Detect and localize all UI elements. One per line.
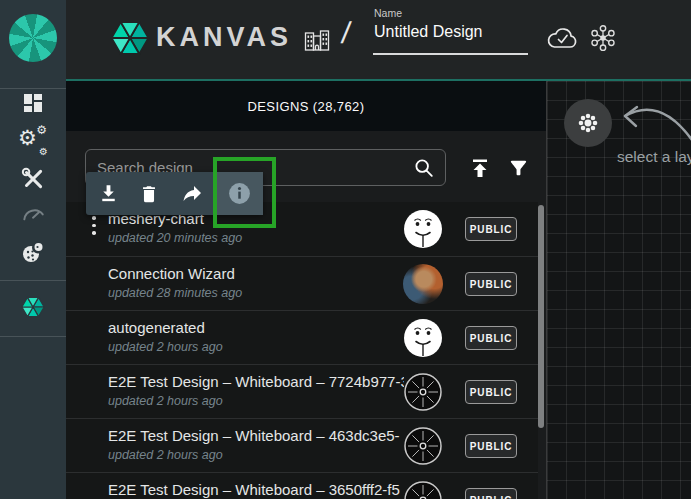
sidebar-item-lifecycle[interactable]: ⚙⚙⚙ <box>0 124 66 158</box>
wheel-sketch-avatar <box>403 480 443 499</box>
visibility-badge[interactable]: PUBLIC <box>465 488 517 499</box>
design-title: E2E Test Design – Whiteboard – 3650fff2-… <box>108 481 404 499</box>
brand-wordmark: KANVAS <box>156 22 292 53</box>
wheel-sketch-avatar <box>403 372 443 412</box>
visibility-badge[interactable]: PUBLIC <box>465 326 517 350</box>
design-title: E2E Test Design – Whiteboard – 7724b977-… <box>108 373 404 392</box>
design-title: E2E Test Design – Whiteboard – 463dc3e5- <box>108 427 404 446</box>
designs-panel: DESIGNS (28,762) <box>66 81 546 499</box>
extensions-icon <box>20 239 46 265</box>
automation-highlight-box <box>213 157 276 228</box>
design-updated: updated 28 minutes ago <box>108 286 242 300</box>
trash-icon <box>138 183 160 205</box>
doodle-face-avatar <box>403 209 443 249</box>
share-icon <box>180 182 204 206</box>
kanvas-logo-icon <box>110 18 150 58</box>
divider <box>0 336 66 337</box>
kanvas-hexagon-icon <box>21 295 45 319</box>
design-row[interactable]: autogenerated updated 2 hours ago PUBLIC <box>66 310 538 364</box>
sidebar-item-kanvas[interactable] <box>0 290 66 324</box>
design-title: autogenerated <box>108 319 404 338</box>
top-header: KANVAS / Name Untitled Design <box>66 0 691 79</box>
design-row[interactable]: E2E Test Design – Whiteboard – 463dc3e5-… <box>66 418 538 472</box>
owner-avatar[interactable] <box>403 318 443 358</box>
owner-avatar[interactable] <box>403 372 443 412</box>
environment-cluster-icon[interactable] <box>588 24 618 52</box>
visibility-badge[interactable]: PUBLIC <box>465 434 517 458</box>
row-menu-icon[interactable] <box>92 216 96 235</box>
sidebar-item-performance[interactable] <box>0 198 66 232</box>
design-updated: updated 2 hours ago <box>108 448 223 462</box>
hint-arrow <box>547 81 691 499</box>
divider <box>0 280 66 281</box>
visibility-badge[interactable]: PUBLIC <box>465 272 517 296</box>
panel-scrollbar[interactable] <box>538 205 544 428</box>
wheel-sketch-avatar <box>403 426 443 466</box>
input-underline <box>373 53 528 55</box>
organization-building-icon[interactable] <box>302 24 332 54</box>
owner-avatar[interactable] <box>403 264 443 304</box>
design-updated: updated 2 hours ago <box>108 340 223 354</box>
design-name-label: Name <box>374 7 402 19</box>
design-row[interactable]: Connection Wizard updated 28 minutes ago… <box>66 256 538 310</box>
dashboard-icon <box>21 91 45 115</box>
layer5-sphere-logo[interactable] <box>9 14 57 62</box>
visibility-badge[interactable]: PUBLIC <box>465 217 517 241</box>
owner-avatar[interactable] <box>403 209 443 249</box>
sidebar-item-extensions[interactable] <box>0 235 66 269</box>
owner-avatar[interactable] <box>403 426 443 466</box>
filter-button[interactable] <box>503 153 533 183</box>
gears-icon: ⚙⚙⚙ <box>18 126 48 156</box>
cloud-sync-done-icon[interactable] <box>546 25 580 50</box>
design-updated: updated 2 hours ago <box>108 394 223 408</box>
sidebar-item-configuration[interactable] <box>0 162 66 196</box>
gauge-icon <box>20 202 46 228</box>
owner-avatar[interactable] <box>403 480 443 499</box>
search-icon[interactable] <box>413 157 435 179</box>
share-design-button[interactable] <box>172 172 212 215</box>
breadcrumb-separator: / <box>340 16 353 50</box>
design-row[interactable]: E2E Test Design – Whiteboard – 7724b977-… <box>66 364 538 418</box>
left-sidebar: ⚙⚙⚙ <box>0 0 66 499</box>
design-updated: updated 20 minutes ago <box>108 231 242 245</box>
toolbox-icon <box>20 166 46 192</box>
visibility-badge[interactable]: PUBLIC <box>465 380 517 404</box>
canvas-hint-text: select a lay <box>617 148 691 166</box>
delete-design-button[interactable] <box>129 172 169 215</box>
designs-panel-header: DESIGNS (28,762) <box>66 81 546 131</box>
sidebar-item-dashboard[interactable] <box>0 86 66 120</box>
design-canvas[interactable]: select a lay <box>546 81 691 499</box>
designs-count-title: DESIGNS (28,762) <box>248 99 365 114</box>
download-icon <box>97 182 120 205</box>
design-row[interactable]: E2E Test Design – Whiteboard – 3650fff2-… <box>66 472 538 499</box>
design-name-input[interactable]: Untitled Design <box>374 23 483 41</box>
doodle-face-avatar <box>403 318 443 358</box>
upload-icon <box>468 156 492 180</box>
design-title: Connection Wizard <box>108 265 404 284</box>
download-design-button[interactable] <box>88 172 128 215</box>
upload-design-button[interactable] <box>465 153 495 183</box>
filter-icon <box>507 157 530 180</box>
